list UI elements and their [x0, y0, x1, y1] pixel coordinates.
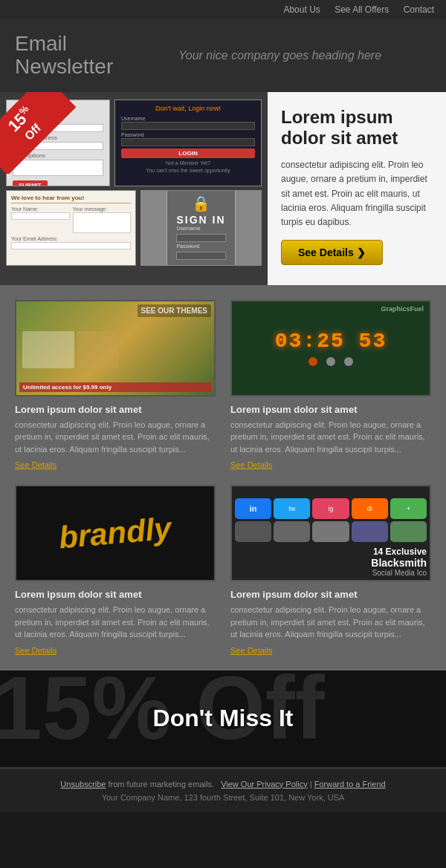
product-social-link[interactable]: See Details	[230, 646, 272, 655]
signin-screenshot: 🔒 SIGN IN Username Password	[140, 190, 262, 266]
footer: Unsubscribe from future marketing emails…	[0, 767, 446, 812]
product-social: in tw ig di + 14 Exclusive Blacksmith So…	[230, 485, 431, 656]
footer-unsubscribe-suffix: from future marketing emails.	[106, 780, 214, 789]
footer-privacy[interactable]: View Our Privacy Policy	[221, 780, 308, 789]
product-social-image: in tw ig di + 14 Exclusive Blacksmith So…	[230, 485, 431, 581]
form2-message	[73, 212, 132, 233]
header-tagline: Your nice company goes heading here	[164, 49, 381, 62]
nav-about[interactable]: About Us	[283, 4, 320, 15]
product-clock: GraphicsFuel 03:25 53 Lorem ipsum dolor …	[230, 300, 431, 471]
clock-time: 03:25 53	[275, 330, 387, 353]
form2-title: We love to hear from you!	[11, 195, 131, 203]
contact-form-screenshot: We love to hear from you! Your Name: You…	[6, 190, 136, 266]
nav-contact[interactable]: Contact	[404, 4, 434, 15]
cta-banner: 15% Off Don't Miss It	[0, 670, 446, 767]
brandly-text: brandly	[57, 511, 172, 556]
product-themes-desc: consectetur adipiscing elit. Proin leo a…	[15, 419, 216, 456]
product-clock-title: Lorem ipsum dolor sit amet	[230, 404, 431, 415]
signin-box: 🔒 SIGN IN Username Password	[167, 190, 235, 266]
form2-email	[11, 242, 131, 249]
login-note2: You can't miss the sweet opportunity	[121, 168, 255, 173]
product-brandly-desc: consectetur adipiscing elit. Proin leo a…	[15, 604, 216, 641]
product-clock-image: GraphicsFuel 03:25 53	[230, 300, 431, 397]
social-label: 14 Exclusive	[373, 546, 427, 557]
product-clock-link[interactable]: See Details	[230, 460, 272, 469]
signin-title: SIGN IN	[176, 214, 225, 226]
discount-badge-inner: 15% Off	[0, 92, 77, 174]
hero-body: consectetur adipiscing elit. Proin leo a…	[281, 158, 433, 229]
product-brandly: brandly Lorem ipsum dolor sit amet conse…	[15, 485, 216, 656]
logo-line1: Email	[15, 32, 67, 55]
cta-main-text: Don't Miss It	[153, 705, 294, 732]
header: Email Newsletter Your nice company goes …	[0, 19, 446, 92]
login-title: Don't wait, Login now!	[121, 105, 255, 112]
product-themes: SEE OUR THEMES Unlimited access for $9.9…	[15, 300, 216, 471]
form1-submit: SUBMIT	[13, 180, 48, 186]
product-clock-desc: consectetur adipiscing elit. Proin leo a…	[230, 419, 431, 456]
form2-name	[11, 212, 70, 220]
signin-password	[176, 252, 225, 260]
footer-forward[interactable]: Forward to a Friend	[314, 780, 386, 789]
product-themes-image: SEE OUR THEMES Unlimited access for $9.9…	[15, 300, 216, 397]
social-sub2: Social Media Ico	[372, 569, 427, 577]
hero-screenshots: 15% Off Form Address Website Address Des…	[0, 92, 268, 285]
product-social-desc: consectetur adipiscing elit. Proin leo a…	[230, 604, 431, 641]
login-username	[121, 122, 255, 130]
product-themes-link[interactable]: See Details	[15, 460, 56, 469]
hero-offer: Lorem ipsum dolor sit amet consectetur a…	[268, 92, 446, 285]
product-themes-title: Lorem ipsum dolor sit amet	[15, 404, 216, 415]
hero-cta-button[interactable]: See Details	[281, 240, 383, 265]
product-social-title: Lorem ipsum dolor sit amet	[230, 589, 431, 600]
screenshot-row2: We love to hear from you! Your Name: You…	[6, 190, 262, 266]
hero-title: Lorem ipsum dolor sit amet	[281, 107, 433, 150]
login-password	[121, 138, 255, 146]
product-brandly-title: Lorem ipsum dolor sit amet	[15, 589, 216, 600]
footer-address: Your Company Name, 123 fourth Street, Su…	[15, 793, 431, 802]
hero-section: 15% Off Form Address Website Address Des…	[0, 92, 446, 285]
footer-links: Unsubscribe from future marketing emails…	[15, 780, 431, 789]
product-brandly-link[interactable]: See Details	[15, 646, 56, 655]
nav-offers[interactable]: See All Offers	[334, 4, 389, 15]
product-brandly-image: brandly	[15, 485, 216, 581]
lock-icon: 🔒	[176, 195, 225, 212]
logo-line2: Newsletter	[15, 55, 113, 78]
login-btn: LOGIN	[121, 149, 255, 158]
products-grid: SEE OUR THEMES Unlimited access for $9.9…	[0, 285, 446, 670]
footer-unsubscribe[interactable]: Unsubscribe	[60, 780, 106, 789]
discount-badge: 15% Off	[0, 92, 82, 174]
login-screenshot: Don't wait, Login now! Username Password…	[114, 99, 262, 186]
social-sublabel: Blacksmith	[371, 557, 427, 569]
signin-username	[176, 234, 225, 242]
login-note: Not a Member Yet?	[121, 160, 255, 166]
logo: Email Newsletter	[15, 33, 164, 79]
top-navigation: About Us See All Offers Contact	[0, 0, 446, 19]
